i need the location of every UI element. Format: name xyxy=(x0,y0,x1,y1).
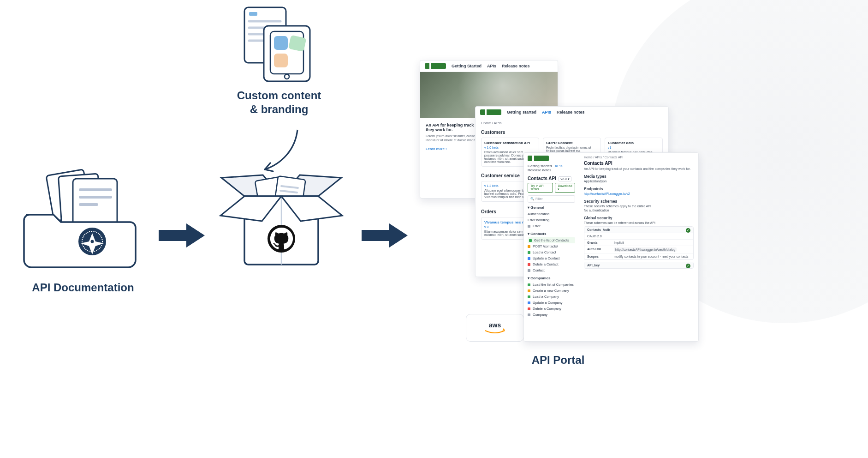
section-endpoints: Endpoints xyxy=(584,187,694,191)
diagram-stage: API Documentation Custom content & xyxy=(0,0,868,458)
filter-input: 🔍 Filter xyxy=(528,195,575,203)
folder-icon xyxy=(18,169,138,270)
api-docs-label: API Documentation xyxy=(18,281,148,294)
security-scheme-table: Contacts_Auth✓ OAuth 2.0 GrantsImplicit … xyxy=(584,226,694,260)
nav-release-notes: Release notes xyxy=(528,168,551,172)
nav-getting-started: Getting Started xyxy=(452,64,482,68)
sidebar-item: Load the list of Companies xyxy=(528,282,575,288)
portal-topnav xyxy=(528,156,575,164)
branding-label-line2: & branding xyxy=(250,103,309,115)
greens-logo xyxy=(528,156,549,161)
endpoint-value: http://contactsAPI.swagger.io/v2 xyxy=(584,192,694,195)
card-body: Proin facilisis dignissim urna, ut finib… xyxy=(546,146,591,152)
branding-docs-icon xyxy=(240,5,318,83)
row-value: modify contacts in your account · read y… xyxy=(614,255,688,258)
card-title: Customer data xyxy=(608,141,660,145)
arrow-icon xyxy=(157,222,208,249)
sidebar-item: Update a Company xyxy=(528,300,575,306)
sidebar-item: POST /contacts/ xyxy=(528,243,575,249)
api-portal-label: API Portal xyxy=(489,354,627,367)
row-key: Grants xyxy=(587,241,610,244)
api-detail-main: Home / APIs / Contacts API Contacts API … xyxy=(579,153,698,341)
svg-point-8 xyxy=(91,240,94,243)
download-button: Download ▾ xyxy=(555,183,575,193)
sidebar-item: Authentication xyxy=(528,211,575,217)
greens-logo xyxy=(425,63,446,69)
sidebar-group-companies: ▾ Companies xyxy=(528,276,575,280)
version-badge: v2.0 ▾ xyxy=(559,176,571,181)
sidebar-item: Delete a Contact xyxy=(528,261,575,267)
security-scheme-table: API_key✓ xyxy=(584,262,694,269)
sidebar-item: Error handling xyxy=(528,217,575,223)
svg-rect-19 xyxy=(274,54,288,67)
card-version: v1 xyxy=(608,146,660,149)
sidebar-item: Delete a Company xyxy=(528,306,575,312)
sidebar-api-title: Contacts API v2.0 ▾ xyxy=(528,176,575,181)
media-type-value: Application/json xyxy=(584,180,694,183)
nav-apis: APIs xyxy=(487,64,496,68)
portal-topnav: Getting started APIs Release notes xyxy=(476,107,668,118)
schemes-desc: These security schemes apply to the enti… xyxy=(584,205,694,208)
sidebar-item: Load a Contact xyxy=(528,249,575,255)
nav-release-notes: Release notes xyxy=(557,110,585,114)
nav-apis: APIs xyxy=(542,110,551,114)
svg-text:aws: aws xyxy=(489,321,501,329)
row-value: Implicit xyxy=(614,241,624,244)
sidebar-item: Contact xyxy=(528,267,575,273)
aws-logo-icon: aws xyxy=(482,320,507,335)
nav-apis: APIs xyxy=(555,164,563,168)
global-desc: These schemes can be referenced across t… xyxy=(584,221,694,224)
api-title: Contacts API xyxy=(584,161,694,166)
arrow-icon xyxy=(360,222,410,249)
sidebar-item-selected: Get the list of Contacts xyxy=(528,237,575,243)
section-global-security: Global security xyxy=(584,216,694,220)
api-detail-sidebar: Getting started APIs Release notes Conta… xyxy=(524,153,579,341)
row-key: Scopes xyxy=(587,255,610,258)
sidebar-item: Create a new Company xyxy=(528,288,575,294)
section-security-schemes: Security schemes xyxy=(584,199,694,204)
sidebar-item: Update a Contact xyxy=(528,255,575,261)
api-subtitle: An API for keeping track of your contact… xyxy=(584,167,694,170)
section-media-types: Media types xyxy=(584,174,694,179)
check-icon: ✓ xyxy=(686,264,690,268)
row-value: http://contactsAPI.swagger.io/oauth/dial… xyxy=(614,247,677,252)
nav-getting-started: Getting started xyxy=(528,164,552,168)
open-box-icon xyxy=(212,164,351,284)
sidebar-item: Company xyxy=(528,312,575,318)
api-docs-group: API Documentation xyxy=(18,169,148,294)
breadcrumb: Home / APIs xyxy=(476,118,668,128)
breadcrumb: Home / APIs / Contacts API xyxy=(584,156,694,159)
row-key: Auth URI xyxy=(587,247,610,252)
schemes-value: No authentication xyxy=(584,209,694,212)
card-version: v 1.0 beta xyxy=(484,146,536,149)
nav-getting-started: Getting started xyxy=(507,110,536,114)
box-group xyxy=(212,164,351,286)
row-oauth: OAuth 2.0 xyxy=(587,235,602,238)
aws-badge: aws xyxy=(466,314,524,342)
card-title: GDPR Consent xyxy=(546,141,598,145)
svg-rect-10 xyxy=(249,12,257,16)
greens-logo xyxy=(480,109,501,115)
portal-screenshot-api-detail: Getting started APIs Release notes Conta… xyxy=(523,152,699,342)
learn-more-link: Learn more › xyxy=(426,147,447,151)
sidebar-item: Error xyxy=(528,223,575,229)
svg-rect-18 xyxy=(274,36,288,50)
branding-label: Custom content & branding xyxy=(221,89,337,116)
sidebar-group-contacts: ▾ Contacts xyxy=(528,232,575,236)
check-icon: ✓ xyxy=(686,228,690,233)
scheme-name: API_key xyxy=(587,264,610,267)
portal-topnav: Getting Started APIs Release notes xyxy=(420,60,558,72)
section-customers: Customers xyxy=(476,128,668,136)
card-title: Customer satisfaction API xyxy=(484,141,536,145)
branding-group: Custom content & branding xyxy=(221,5,337,116)
scheme-name: Contacts_Auth xyxy=(587,228,610,231)
try-api-tester-button: Try in API Tester xyxy=(528,183,553,193)
branding-label-line1: Custom content xyxy=(237,89,321,102)
nav-release-notes: Release notes xyxy=(502,64,530,68)
sidebar-item: Load a Company xyxy=(528,294,575,300)
portal-screens-group: Getting Started APIs Release notes An AP… xyxy=(420,46,706,323)
sidebar-group-general: ▾ General xyxy=(528,205,575,210)
